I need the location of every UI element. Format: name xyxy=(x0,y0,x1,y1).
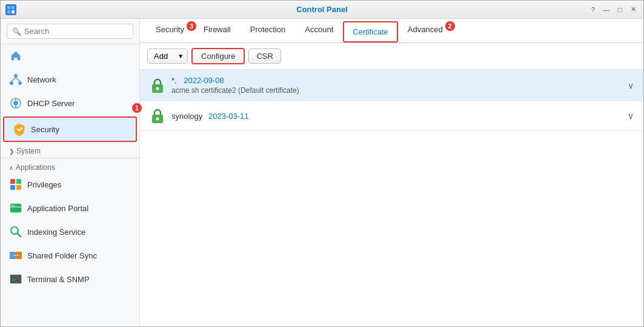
indexing-icon xyxy=(9,225,22,238)
cert-expand-2[interactable]: ∨ xyxy=(628,111,634,121)
dhcp-icon xyxy=(9,96,22,110)
sidebar-item-dhcp[interactable]: DHCP Server xyxy=(1,92,139,115)
svg-point-5 xyxy=(10,81,13,85)
svg-rect-2 xyxy=(7,10,10,13)
sidebar-label-terminal: Terminal & SNMP xyxy=(27,275,90,284)
svg-rect-14 xyxy=(16,179,21,184)
content-area: Security 3 Firewall Protection Account C… xyxy=(140,19,643,326)
cert-info-1: *. 2022-09-08 acme.sh certificate2 (Defa… xyxy=(171,76,622,95)
sidebar-item-terminal[interactable]: >_ Terminal & SNMP xyxy=(1,268,139,291)
tab-security[interactable]: Security xyxy=(146,19,194,41)
svg-rect-13 xyxy=(10,179,15,184)
add-button-split[interactable]: Add ▼ xyxy=(147,49,188,64)
cert-info-2: synology 2023-03-11 xyxy=(171,112,622,121)
cert-subtitle-1: acme.sh certificate2 (Default certificat… xyxy=(171,86,622,95)
sidebar-label-network: Network xyxy=(27,75,56,84)
svg-text:>_: >_ xyxy=(12,277,19,283)
certificate-list: *. 2022-09-08 acme.sh certificate2 (Defa… xyxy=(140,70,643,326)
tab-advanced[interactable]: Advanced xyxy=(398,19,453,41)
title-bar: Control Panel ? — □ ✕ xyxy=(1,1,643,19)
svg-rect-15 xyxy=(10,185,15,190)
cert-row-1[interactable]: *. 2022-09-08 acme.sh certificate2 (Defa… xyxy=(140,70,643,101)
main-layout: 🔍 xyxy=(1,19,643,326)
sidebar-item-shared-sync[interactable]: Shared Folder Sync xyxy=(1,244,139,268)
search-icon: 🔍 xyxy=(12,27,21,36)
cert-date-1: 2022-09-08 xyxy=(184,76,224,85)
svg-line-8 xyxy=(16,78,20,81)
svg-point-28 xyxy=(156,87,159,90)
privileges-icon xyxy=(9,178,22,191)
svg-point-6 xyxy=(18,81,22,85)
svg-line-7 xyxy=(12,78,16,81)
help-button[interactable]: ? xyxy=(588,4,599,15)
svg-rect-0 xyxy=(7,6,10,9)
main-window: Control Panel ? — □ ✕ 🔍 xyxy=(0,0,644,327)
section-applications[interactable]: ∧ Applications xyxy=(1,160,139,173)
configure-button[interactable]: Configure xyxy=(191,48,245,64)
svg-line-22 xyxy=(18,234,21,237)
chevron-system: ❯ xyxy=(9,148,14,155)
minimize-button[interactable]: — xyxy=(601,4,612,15)
shield-icon xyxy=(13,123,26,136)
sidebar-label-privileges: Privileges xyxy=(27,180,61,189)
svg-rect-1 xyxy=(12,6,15,9)
app-icon xyxy=(5,4,16,15)
sidebar: 🔍 xyxy=(1,19,140,326)
section-system[interactable]: ❯ System xyxy=(1,143,139,157)
app-portal-icon xyxy=(9,201,22,215)
svg-rect-23 xyxy=(10,252,16,259)
svg-rect-16 xyxy=(16,185,21,190)
sidebar-label-security: Security xyxy=(31,125,59,134)
svg-rect-3 xyxy=(12,10,15,13)
tab-protection[interactable]: Protection xyxy=(241,19,296,42)
section-applications-label: Applications xyxy=(16,163,55,172)
divider-1 xyxy=(1,158,139,158)
csr-button[interactable]: CSR xyxy=(248,49,281,64)
svg-point-19 xyxy=(12,205,13,206)
svg-rect-24 xyxy=(16,252,22,259)
search-input[interactable] xyxy=(24,27,128,36)
tabs-bar: Security 3 Firewall Protection Account C… xyxy=(140,19,643,43)
maximize-button[interactable]: □ xyxy=(614,4,625,15)
title-bar-controls: ? — □ ✕ xyxy=(588,4,639,15)
search-box[interactable]: 🔍 xyxy=(7,24,133,39)
toolbar: Add ▼ Configure CSR xyxy=(140,43,643,70)
chevron-apps: ∧ xyxy=(9,164,13,171)
tab-certificate[interactable]: Certificate xyxy=(343,21,398,42)
add-button-arrow[interactable]: ▼ xyxy=(174,49,187,63)
sidebar-label-dhcp: DHCP Server xyxy=(27,99,75,108)
tab-account[interactable]: Account xyxy=(295,19,343,42)
cert-row-2[interactable]: synology 2023-03-11 ∨ xyxy=(140,101,643,131)
sidebar-item-network[interactable]: Network xyxy=(1,68,139,92)
sidebar-label-indexing: Indexing Service xyxy=(27,228,85,237)
section-system-label: System xyxy=(16,147,41,155)
svg-point-20 xyxy=(13,205,15,206)
sidebar-item-privileges[interactable]: Privileges xyxy=(1,173,139,197)
lock-icon-2 xyxy=(150,107,165,124)
badge-advanced-tab: 2 xyxy=(445,21,455,31)
cert-name-1: *. 2022-09-08 xyxy=(171,76,622,85)
sidebar-item-indexing[interactable]: Indexing Service xyxy=(1,220,139,244)
sidebar-item-app-portal[interactable]: Application Portal xyxy=(1,197,139,220)
add-button-main[interactable]: Add xyxy=(148,49,174,63)
sidebar-label-app-portal: Application Portal xyxy=(27,204,88,213)
network-icon xyxy=(9,73,22,86)
svg-point-4 xyxy=(14,74,18,78)
window-title: Control Panel xyxy=(296,5,348,14)
lock-icon-1 xyxy=(150,77,165,94)
shared-sync-icon xyxy=(9,249,22,262)
svg-point-10 xyxy=(13,101,18,106)
cert-date-2: 2023-03-11 xyxy=(208,112,249,121)
cert-expand-1[interactable]: ∨ xyxy=(628,81,634,90)
sidebar-label-shared-sync: Shared Folder Sync xyxy=(27,251,97,260)
tab-advanced-wrapper: Advanced 2 xyxy=(398,19,453,42)
sidebar-item-security[interactable]: Security 1 xyxy=(3,116,137,142)
sidebar-item-home[interactable] xyxy=(1,44,139,68)
close-button[interactable]: ✕ xyxy=(628,4,639,15)
tab-firewall[interactable]: Firewall xyxy=(194,19,241,42)
tab-security-wrapper: Security 3 xyxy=(146,19,194,42)
cert-name-date-2: synology 2023-03-11 xyxy=(171,112,622,121)
home-icon xyxy=(9,49,22,62)
title-bar-left xyxy=(5,4,16,15)
terminal-icon: >_ xyxy=(9,272,22,286)
